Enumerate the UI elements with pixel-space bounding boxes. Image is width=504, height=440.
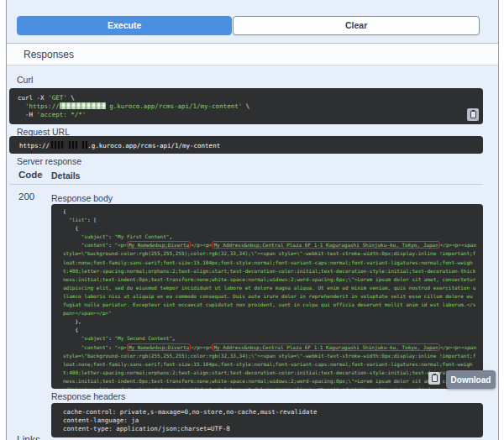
code-segment: "subject" [81,335,109,341]
code-segment: }, { [63,318,81,341]
curl-url-prefix: 'https:// [25,102,60,110]
curl-accept-header: 'accept: */*' [37,111,87,118]
responses-section-header: Responses [7,43,498,65]
response-body-block[interactable]: { "list": [ { "subject": "My First Conte… [51,204,483,389]
code-segment: "list" [69,217,87,223]
code-segment: "content" [81,242,109,248]
response-body-code: { "list": [ { "subject": "My First Conte… [63,207,477,389]
header-content-type: content-type: application/json;charset=U… [63,425,230,432]
status-code: 200 [18,191,34,202]
curl-header-flag: -H [25,111,37,118]
code-column-header: Code [18,170,43,180]
code-segment: "subject" [81,233,109,239]
api-console-page: Execute Clear Responses Curl curl -X 'GE… [0,0,504,440]
redaction-highlight-box: My Name&nbsp;Diverta [127,343,191,351]
code-segment: "My Second Content" [114,335,172,341]
redacted-block-icon [50,141,65,149]
header-cache-control: cache-control: private,s-maxage=0,no-sto… [63,408,318,416]
code-segment: "My First Content" [114,233,169,239]
clipboard-icon [432,375,438,382]
curl-code-block: curl -X 'GET' \ 'https:// g.kuroco.app/r… [9,88,483,124]
execute-button[interactable]: Execute [17,16,232,35]
execute-wrapper: Execute Clear [17,16,480,35]
request-url-prefix: https:// [19,142,50,149]
responses-title: Responses [24,49,74,60]
clipboard-icon [470,111,476,118]
copy-curl-button[interactable] [467,108,479,121]
curl-method: 'GET' [48,94,67,102]
links-section-label: Links [17,434,40,440]
curl-label: Curl [17,75,33,85]
redacted-block-icon [81,141,87,149]
header-content-language: content-language: ja [63,416,139,424]
redacted-subdomain-mosaic [60,102,106,109]
clear-button[interactable]: Clear [233,16,480,35]
copy-response-button[interactable] [428,372,440,385]
response-headers-label: Response headers [51,391,125,401]
code-segment: "<p> [114,242,126,248]
code-segment: </p><p><span style=\"background-color:rg… [63,242,480,316]
request-url-block: https://.g.kuroco.app/rcms-api/1/my-cont… [9,136,483,154]
table-header-divider [9,184,483,185]
redaction-highlight-box: My Address&nbsp;Central Plaza 6F 1-1 Kag… [212,241,439,249]
code-segment: </p><p> [191,242,212,248]
response-headers-block: cache-control: private,s-maxage=0,no-sto… [51,403,483,437]
curl-command: curl -X [18,94,48,102]
download-button[interactable]: Download [446,370,496,389]
redacted-block-icon [67,141,78,149]
request-url-suffix: .g.kuroco.app/rcms-api/1/my-content [87,142,220,149]
details-column-header: Details [51,170,80,181]
redaction-highlight-box: My Address&nbsp;Central Plaza 6F 1-1 Kag… [212,343,439,351]
server-response-label: Server response [17,156,81,166]
code-segment: </p><p> [191,344,212,350]
code-segment: "<p> [114,344,126,350]
response-body-label: Response body [51,193,113,203]
redaction-highlight-box: My Name&nbsp;Diverta [127,241,191,249]
code-segment: "content" [81,344,109,350]
curl-url-suffix: g.kuroco.app/rcms-api/1/my-content' [106,102,243,110]
